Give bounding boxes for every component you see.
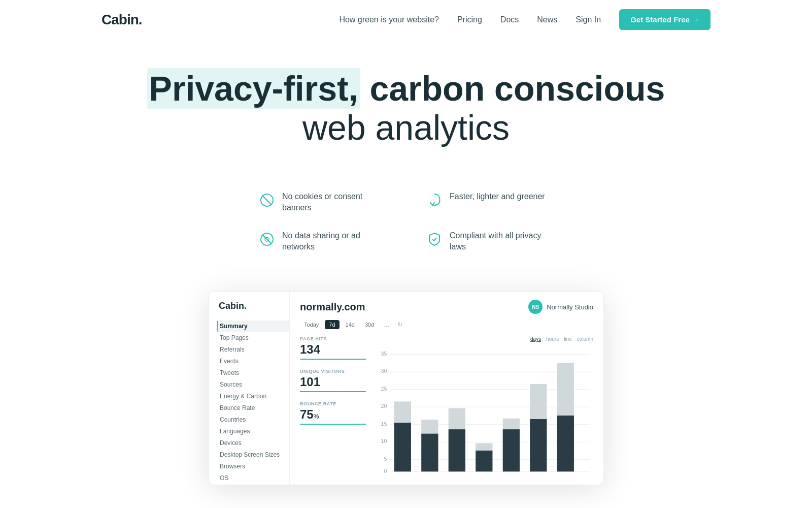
bar-light-7 (557, 363, 574, 416)
feature-no-sharing: No data sharing or ad networks (249, 222, 396, 261)
avatar: NS (528, 300, 543, 314)
svg-text:20: 20 (381, 403, 387, 409)
sidebar-item-tweets[interactable]: Tweets (217, 367, 289, 378)
svg-line-4 (262, 235, 272, 244)
bar-dark-4 (476, 451, 492, 472)
sidebar-item-os[interactable]: OS (217, 472, 289, 484)
nav-pricing[interactable]: Pricing (457, 15, 482, 24)
bar-light-4 (476, 443, 492, 451)
sidebar-item-attention[interactable]: Attention (217, 484, 289, 485)
stat-bounce-suffix: % (314, 413, 319, 420)
hero-subtitle: web analytics (101, 108, 710, 147)
stat-unique-value: 101 (300, 376, 366, 388)
chart-area: days hours line column 35 30 25 20 15 (376, 336, 593, 480)
bar-light-6 (530, 384, 547, 419)
feature-compliant-text: Compliant with all privacy laws (450, 230, 553, 253)
bar-dark-6 (530, 419, 547, 471)
date-filter: Today 7d 14d 30d ... ↻ (300, 320, 593, 329)
feature-faster: Faster, lighter and greener (416, 183, 563, 222)
chart-ctrl-column[interactable]: column (577, 336, 593, 342)
dashboard-inner: Cabin. Summary Top Pages Referrals Event… (209, 292, 603, 485)
nav-signin[interactable]: Sign In (576, 15, 601, 24)
no-share-icon (259, 231, 275, 247)
svg-text:25: 25 (381, 386, 387, 392)
bar-dark-2 (421, 434, 438, 472)
sidebar-item-desktopscreens[interactable]: Desktop Screen Sizes (217, 449, 289, 460)
bar-dark-7 (557, 416, 574, 472)
stats-chart-row: PAGE HITS 134 UNIQUE VISITORS 101 BOUNCE… (300, 336, 593, 480)
chart-ctrl-line[interactable]: line (564, 336, 572, 342)
stat-unique-label: UNIQUE VISITORS (300, 369, 366, 374)
feature-no-sharing-text: No data sharing or ad networks (282, 230, 386, 253)
sidebar-item-devices[interactable]: Devices (217, 437, 289, 449)
leaf-icon (426, 192, 443, 208)
sidebar-item-summary[interactable]: Summary (217, 321, 289, 332)
filter-14d[interactable]: 14d (342, 320, 359, 329)
nav-links: How green is your website? Pricing Docs … (339, 9, 710, 30)
stat-bounce-underline (300, 424, 366, 425)
filter-more[interactable]: ... (380, 320, 393, 329)
stat-bounce-value: 75% (300, 408, 366, 421)
main-header: normally.com NS Normally Studio (300, 300, 593, 314)
sidebar-item-countries[interactable]: Countries (217, 414, 289, 425)
chart-ctrl-hours[interactable]: hours (546, 336, 559, 342)
navbar: Cabin. How green is your website? Pricin… (0, 0, 812, 39)
sidebar-item-toppages[interactable]: Top Pages (217, 332, 289, 343)
filter-30d[interactable]: 30d (361, 320, 378, 329)
sidebar-item-energy[interactable]: Energy & Carbon (217, 391, 289, 402)
shield-icon (426, 231, 443, 247)
stat-page-hits-label: PAGE HITS (300, 336, 366, 341)
svg-text:15: 15 (381, 421, 387, 427)
sidebar: Cabin. Summary Top Pages Referrals Event… (209, 292, 290, 485)
filter-today[interactable]: Today (300, 320, 323, 329)
bar-dark-1 (394, 423, 411, 471)
stats-column: PAGE HITS 134 UNIQUE VISITORS 101 BOUNCE… (300, 336, 366, 480)
bar-dark-3 (449, 429, 465, 471)
nav-green[interactable]: How green is your website? (339, 15, 439, 24)
site-name: normally.com (300, 301, 365, 313)
hero-title: Privacy-first, carbon conscious (101, 70, 710, 108)
svg-line-1 (262, 196, 272, 205)
filter-7d[interactable]: 7d (325, 320, 339, 329)
svg-text:35: 35 (381, 351, 387, 357)
stat-page-hits: PAGE HITS 134 (300, 336, 366, 360)
bar-dark-5 (503, 429, 520, 471)
feature-no-cookies-text: No cookies or consent banners (282, 191, 386, 214)
user-name: Normally Studio (547, 303, 593, 311)
svg-text:5: 5 (384, 456, 387, 462)
feature-no-cookies: No cookies or consent banners (249, 183, 396, 222)
sidebar-item-bouncerate[interactable]: Bounce Rate (217, 402, 289, 414)
sidebar-item-sources[interactable]: Sources (217, 379, 289, 390)
sidebar-item-languages[interactable]: Languages (217, 426, 289, 437)
stat-unique-visitors: UNIQUE VISITORS 101 (300, 369, 366, 392)
stat-page-hits-value: 134 (300, 343, 366, 356)
main-content: normally.com NS Normally Studio Today 7d… (290, 292, 603, 485)
svg-text:0: 0 (384, 468, 387, 474)
feature-faster-text: Faster, lighter and greener (450, 191, 545, 202)
nav-docs[interactable]: Docs (500, 15, 519, 24)
sidebar-item-referrals[interactable]: Referrals (217, 344, 289, 355)
sidebar-item-events[interactable]: Events (217, 356, 289, 367)
refresh-icon[interactable]: ↻ (397, 321, 402, 328)
get-started-button[interactable]: Get Started Free → (619, 9, 710, 30)
chart-ctrl-days[interactable]: days (530, 336, 541, 342)
bar-chart: 35 30 25 20 15 10 5 0 (376, 345, 593, 480)
bar-light-1 (394, 402, 411, 423)
feature-compliant: Compliant with all privacy laws (416, 222, 563, 261)
hero-section: Privacy-first, carbon conscious web anal… (0, 39, 812, 157)
bar-light-5 (503, 419, 520, 429)
no-cookie-icon (259, 192, 275, 208)
sidebar-item-browsers[interactable]: Browsers (217, 461, 289, 472)
brand-logo[interactable]: Cabin. (101, 12, 142, 28)
user-badge: NS Normally Studio (528, 300, 593, 314)
svg-text:10: 10 (381, 438, 387, 444)
dashboard-preview: Cabin. Summary Top Pages Referrals Event… (208, 291, 604, 485)
stat-bounce-label: BOUNCE RATE (300, 401, 366, 406)
stat-bounce-rate: BOUNCE RATE 75% (300, 401, 366, 425)
bar-light-2 (421, 420, 438, 433)
svg-text:30: 30 (381, 368, 387, 374)
stat-page-hits-underline (300, 359, 366, 360)
bar-light-3 (449, 408, 465, 430)
nav-news[interactable]: News (537, 15, 557, 24)
chart-controls: days hours line column (376, 336, 593, 342)
